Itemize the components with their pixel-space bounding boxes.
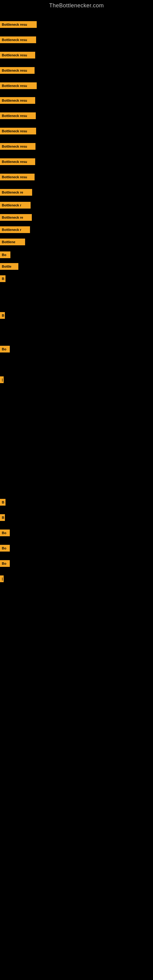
- bar-label: Bottlene: [0, 239, 25, 245]
- bar-row: Bottleneck resu: [0, 37, 36, 43]
- bar-row: Bo: [0, 545, 10, 552]
- bar-label: Bottleneck resu: [0, 52, 35, 59]
- bar-label: |: [0, 576, 4, 582]
- bar-row: Bottleneck r: [0, 202, 30, 208]
- bar-row: Bottle: [0, 263, 18, 270]
- bar-row: |: [0, 576, 4, 582]
- bar-label: Bottleneck resu: [0, 158, 35, 165]
- bar-label: Bottleneck resu: [0, 37, 36, 43]
- bar-label: Bottleneck r: [0, 226, 30, 233]
- bar-row: Bottleneck resu: [0, 173, 35, 180]
- bar-label: Bo: [0, 545, 10, 552]
- site-title: TheBottlenecker.com: [0, 0, 153, 12]
- bar-label: B: [0, 312, 5, 319]
- bar-label: Bo: [0, 346, 10, 353]
- bar-row: B: [0, 312, 5, 319]
- bar-label: B: [0, 499, 5, 506]
- bar-row: Bottleneck r: [0, 226, 30, 233]
- bar-row: Bo: [0, 530, 10, 536]
- bar-label: Bo: [0, 560, 10, 567]
- bar-label: Bottleneck resu: [0, 97, 35, 104]
- bar-row: Bottleneck resu: [0, 112, 36, 119]
- bar-row: B: [0, 514, 5, 521]
- bar-label: Bottleneck resu: [0, 173, 35, 180]
- bar-label: Bottle: [0, 263, 18, 270]
- bar-label: B: [0, 514, 5, 521]
- bar-label: B: [0, 275, 5, 282]
- bar-row: Bottleneck resu: [0, 158, 35, 165]
- bar-label: Bottleneck resu: [0, 128, 36, 134]
- bar-row: Bo: [0, 560, 10, 567]
- bar-row: Bo: [0, 251, 10, 258]
- bar-label: Bottleneck resu: [0, 112, 36, 119]
- bar-row: Bottleneck resu: [0, 83, 37, 89]
- bar-label: Bottleneck resu: [0, 143, 35, 150]
- bar-row: B: [0, 275, 5, 282]
- bar-label: Bo: [0, 530, 10, 536]
- bar-row: Bottleneck resu: [0, 128, 36, 134]
- bar-label: Bottleneck resu: [0, 83, 37, 89]
- bar-row: Bottleneck resu: [0, 52, 35, 59]
- bar-label: Bo: [0, 251, 10, 258]
- bar-row: Bo: [0, 346, 10, 353]
- bar-row: B: [0, 499, 5, 506]
- bar-label: |: [0, 376, 4, 383]
- bar-row: Bottleneck resu: [0, 97, 35, 104]
- bar-row: Bottleneck re: [0, 214, 32, 221]
- bar-row: Bottleneck resu: [0, 67, 35, 74]
- bar-row: |: [0, 376, 4, 383]
- bar-label: Bottleneck re: [0, 189, 32, 196]
- bar-row: Bottlene: [0, 239, 25, 245]
- bar-label: Bottleneck resu: [0, 67, 35, 74]
- bar-label: Bottleneck re: [0, 214, 32, 221]
- bar-row: Bottleneck resu: [0, 21, 37, 28]
- bar-row: Bottleneck re: [0, 189, 32, 196]
- bar-row: Bottleneck resu: [0, 143, 35, 150]
- bar-label: Bottleneck r: [0, 202, 30, 208]
- bar-label: Bottleneck resu: [0, 21, 37, 28]
